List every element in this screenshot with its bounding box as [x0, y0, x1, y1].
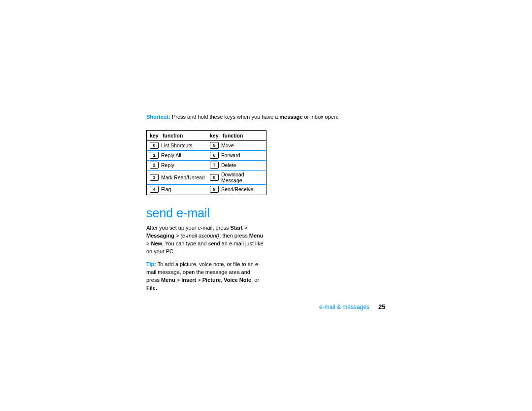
shortcut-text-1: Press and hold these keys when you have … [170, 114, 279, 120]
p1-t2: > [174, 233, 181, 239]
table-header-row: key function key function [147, 130, 266, 141]
keycap-icon: 9 [210, 186, 219, 193]
keycap-cell: 8 [207, 171, 221, 185]
function-cell: List Shortcuts [161, 141, 207, 151]
keycap-cell: 2 [147, 161, 161, 171]
p1-gt1: > [243, 225, 247, 231]
table-row: 0 List Shortcuts 5 Move [147, 141, 266, 151]
keycap-icon: 4 [150, 186, 159, 193]
nav-insert: Insert [181, 277, 196, 283]
p1-account: (e-mail account) [180, 233, 219, 239]
keycap-icon: 1 [150, 152, 159, 159]
keycap-icon: 6 [210, 152, 219, 159]
keycap-cell: 0 [147, 141, 161, 151]
p2-t2: . [156, 285, 157, 291]
nav-picture: Picture [202, 277, 221, 283]
p2-gt2: > [196, 277, 202, 283]
keycap-icon: 8 [210, 174, 219, 181]
keycap-cell: 5 [207, 141, 221, 151]
nav-voice-note: Voice Note [224, 277, 251, 283]
keycap-icon: 3 [150, 174, 159, 181]
tip-label: Tip: [146, 261, 156, 267]
nav-messaging: Messaging [146, 233, 174, 239]
shortcut-paragraph: Shortcut: Press and hold these keys when… [146, 113, 393, 121]
keycap-cell: 3 [147, 171, 161, 185]
shortcut-label: Shortcut: [146, 114, 170, 120]
keycap-cell: 1 [147, 151, 161, 161]
col-header-key-2: key [207, 130, 221, 141]
shortcut-text-2: or inbox open: [302, 114, 338, 120]
p1-t1: After you set up your e-mail, press [146, 225, 231, 231]
function-cell: Reply All [161, 151, 207, 161]
paragraph-2: Tip: To add a picture, voice note, or fi… [146, 261, 264, 292]
keycap-cell: 6 [207, 151, 221, 161]
keycap-icon: 5 [210, 142, 219, 149]
function-cell: Delete [221, 161, 266, 171]
footer-section-name: e-mail & messages [319, 304, 369, 310]
nav-menu: Menu [249, 233, 264, 239]
nav-start: Start [231, 225, 243, 231]
page-footer: e-mail & messages 25 [319, 303, 386, 310]
section-heading: send e-mail [146, 206, 393, 220]
p1-t3: , then press [219, 233, 249, 239]
nav-new: New [151, 240, 162, 246]
p2-gt1: > [175, 277, 182, 283]
function-cell: Move [221, 141, 266, 151]
page-content: Shortcut: Press and hold these keys when… [146, 113, 393, 297]
keycap-icon: 2 [150, 162, 159, 169]
col-header-key-1: key [147, 130, 161, 141]
function-cell: Download Message [221, 171, 266, 185]
p2-c2: , or [251, 277, 259, 283]
function-cell: Send/Receive [221, 185, 266, 195]
keycap-cell: 7 [207, 161, 221, 171]
keycap-icon: 7 [210, 162, 219, 169]
footer-page-number: 25 [378, 303, 385, 310]
function-cell: Reply [161, 161, 207, 171]
table-row: 1 Reply All 6 Forward [147, 151, 266, 161]
table-row: 4 Flag 9 Send/Receive [147, 185, 266, 195]
col-header-function-1: function [161, 130, 207, 141]
paragraph-1: After you set up your e-mail, press Star… [146, 224, 264, 256]
col-header-function-2: function [221, 130, 266, 141]
keycap-cell: 4 [147, 185, 161, 195]
table-row: 2 Reply 7 Delete [147, 161, 266, 171]
function-cell: Flag [161, 185, 207, 195]
keycap-icon: 0 [150, 142, 159, 149]
function-cell: Mark Read/Unread [161, 171, 207, 185]
nav-menu-2: Menu [161, 277, 175, 283]
p1-t4: . You can type and send an e-mail just l… [146, 240, 264, 254]
keycap-cell: 9 [207, 185, 221, 195]
shortcut-bold-word: message [279, 114, 302, 120]
function-cell: Forward [221, 151, 266, 161]
nav-file: File [146, 285, 156, 291]
table-row: 3 Mark Read/Unread 8 Download Message [147, 171, 266, 185]
shortcuts-table: key function key function 0 List Shortcu… [146, 130, 266, 195]
